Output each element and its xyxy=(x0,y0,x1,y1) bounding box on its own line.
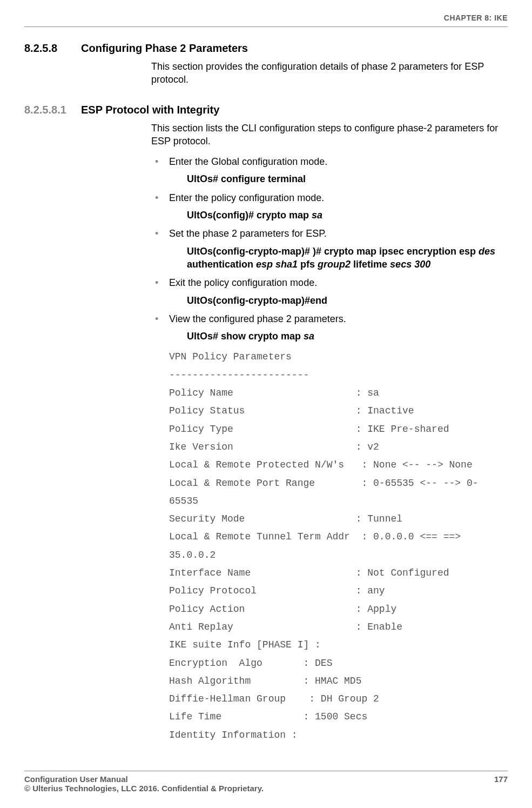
section-number: 8.2.5.8 xyxy=(24,42,81,55)
footer-title: Configuration User Manual xyxy=(24,774,264,784)
step-text: View the configured phase 2 parameters. xyxy=(169,313,346,324)
section-intro: This section provides the configuration … xyxy=(151,60,508,86)
list-item: View the configured phase 2 parameters. … xyxy=(151,312,508,343)
cmd-arg: secs 300 xyxy=(390,259,430,270)
list-item: Enter the Global configuration mode. Ult… xyxy=(151,155,508,186)
chapter-header: CHAPTER 8: IKE xyxy=(24,14,508,22)
intro-paragraph: This section provides the configuration … xyxy=(151,60,508,86)
cli-command: UltOs# configure terminal xyxy=(187,172,508,185)
list-item: Exit the policy configuration mode. UltO… xyxy=(151,276,508,307)
step-text: Enter the Global configuration mode. xyxy=(169,156,327,167)
cmd-arg: sa xyxy=(304,331,314,342)
subsection-intro: This section lists the CLI configuration… xyxy=(151,122,508,148)
subsection-body: This section lists the CLI configuration… xyxy=(151,122,508,744)
cmd-arg: group2 xyxy=(318,259,351,270)
subsection-title: ESP Protocol with Integrity xyxy=(81,104,219,116)
cmd-text: UltOs(config-crypto-map)#end xyxy=(187,295,327,306)
cmd-text: UltOs(config-crypto-map)# )# crypto map … xyxy=(187,246,479,257)
subsection-heading: 8.2.5.8.1 ESP Protocol with Integrity xyxy=(24,104,508,116)
cmd-text: pfs xyxy=(298,259,318,270)
subsection-number: 8.2.5.8.1 xyxy=(24,104,81,116)
cli-output: VPN Policy Parameters ------------------… xyxy=(169,348,508,744)
cmd-text: UltOs# show crypto map xyxy=(187,331,304,342)
cli-command: UltOs(config-crypto-map)#end xyxy=(187,294,508,307)
cmd-arg: des xyxy=(479,246,495,257)
header-rule xyxy=(24,26,508,27)
footer-copyright: © Ulterius Technologies, LLC 2016. Confi… xyxy=(24,784,264,793)
footer-left: Configuration User Manual © Ulterius Tec… xyxy=(24,774,264,793)
page-number: 177 xyxy=(494,774,508,793)
step-text: Set the phase 2 parameters for ESP. xyxy=(169,228,327,239)
cmd-text: UltOs(config)# crypto map xyxy=(187,210,312,221)
section-title: Configuring Phase 2 Parameters xyxy=(81,42,248,55)
step-text: Enter the policy configuration mode. xyxy=(169,192,324,203)
list-item: Enter the policy configuration mode. Ult… xyxy=(151,191,508,222)
cmd-text: UltOs# configure terminal xyxy=(187,173,306,184)
step-text: Exit the policy configuration mode. xyxy=(169,277,317,288)
cli-command: UltOs# show crypto map sa xyxy=(187,330,508,343)
footer-rule xyxy=(24,771,508,771)
cmd-text: lifetime xyxy=(351,259,390,270)
cli-command: UltOs(config-crypto-map)# )# crypto map … xyxy=(187,245,508,271)
list-item: Set the phase 2 parameters for ESP. UltO… xyxy=(151,227,508,271)
cmd-text: authentication xyxy=(187,259,256,270)
step-list: Enter the Global configuration mode. Ult… xyxy=(151,155,508,343)
page-footer: Configuration User Manual © Ulterius Tec… xyxy=(24,771,508,793)
section-heading: 8.2.5.8 Configuring Phase 2 Parameters xyxy=(24,42,508,55)
cli-command: UltOs(config)# crypto map sa xyxy=(187,209,508,222)
cmd-arg: sa xyxy=(312,210,322,221)
cmd-arg: esp sha1 xyxy=(256,259,298,270)
